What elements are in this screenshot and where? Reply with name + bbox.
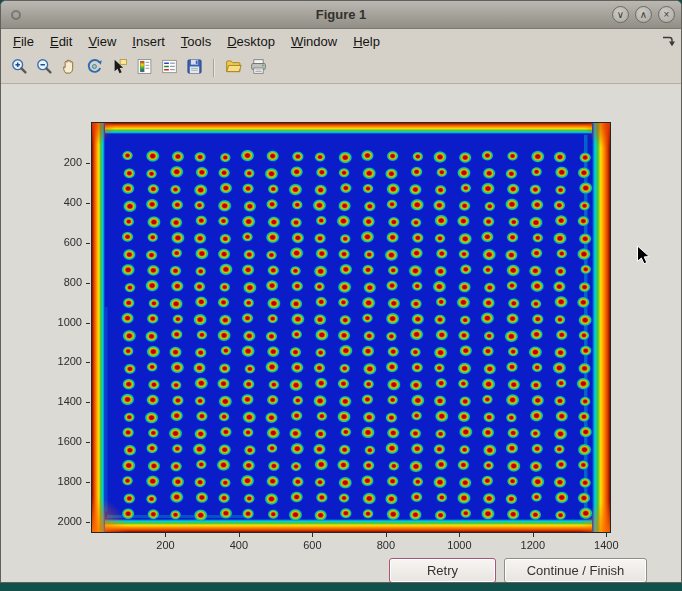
menu-item-tools[interactable]: Tools <box>173 31 219 51</box>
menu-overflow-arrow-icon[interactable] <box>661 34 676 52</box>
maximize-icon: ∧ <box>640 9 647 20</box>
maximize-button[interactable]: ∧ <box>635 6 652 23</box>
figure-toolbar <box>1 52 681 84</box>
axes-plot-area[interactable] <box>91 122 611 533</box>
print-button[interactable] <box>246 56 270 80</box>
minimize-icon: ∨ <box>617 9 624 20</box>
print-icon <box>250 58 267 78</box>
menu-item-edit[interactable]: Edit <box>42 31 80 51</box>
desktop-strip <box>0 583 682 591</box>
menu-bar: FileEditViewInsertToolsDesktopWindowHelp <box>1 29 681 52</box>
continue-finish-button[interactable]: Continue / Finish <box>504 558 647 583</box>
zoom-in-button[interactable] <box>7 56 31 80</box>
save-icon <box>186 58 203 78</box>
close-button[interactable]: × <box>658 6 675 23</box>
data-cursor-button[interactable] <box>107 56 131 80</box>
zoom-out-icon <box>36 58 53 78</box>
colorbar-icon <box>136 58 153 78</box>
toolbar-separator <box>213 59 215 77</box>
menu-item-view[interactable]: View <box>80 31 124 51</box>
close-icon: × <box>664 9 670 20</box>
title-bar[interactable]: Figure 1 ∨ ∧ × <box>1 1 681 29</box>
window-controls: ∨ ∧ × <box>612 6 675 23</box>
pan-icon <box>61 58 78 78</box>
menu-item-desktop[interactable]: Desktop <box>219 31 283 51</box>
menu-item-file[interactable]: File <box>5 31 42 51</box>
save-button[interactable] <box>182 56 206 80</box>
window-title: Figure 1 <box>1 7 681 22</box>
open-folder-icon <box>225 58 242 78</box>
pan-button[interactable] <box>57 56 81 80</box>
menu-item-insert[interactable]: Insert <box>124 31 173 51</box>
data-cursor-icon <box>111 58 128 78</box>
window-menu-icon[interactable] <box>11 10 21 20</box>
legend-icon <box>161 58 178 78</box>
minimize-button[interactable]: ∨ <box>612 6 629 23</box>
colorbar-button[interactable] <box>132 56 156 80</box>
legend-button[interactable] <box>157 56 181 80</box>
heatmap-image[interactable] <box>92 123 610 532</box>
zoom-in-icon <box>11 58 28 78</box>
desktop: Figure 1 ∨ ∧ × FileEditViewInsertToolsDe… <box>0 0 682 591</box>
menu-item-window[interactable]: Window <box>283 31 345 51</box>
retry-button[interactable]: Retry <box>389 558 496 583</box>
figure-window: Figure 1 ∨ ∧ × FileEditViewInsertToolsDe… <box>0 0 682 583</box>
rotate-3d-icon <box>86 58 103 78</box>
zoom-out-button[interactable] <box>32 56 56 80</box>
open-folder-button[interactable] <box>221 56 245 80</box>
menu-item-help[interactable]: Help <box>345 31 388 51</box>
rotate-3d-button[interactable] <box>82 56 106 80</box>
